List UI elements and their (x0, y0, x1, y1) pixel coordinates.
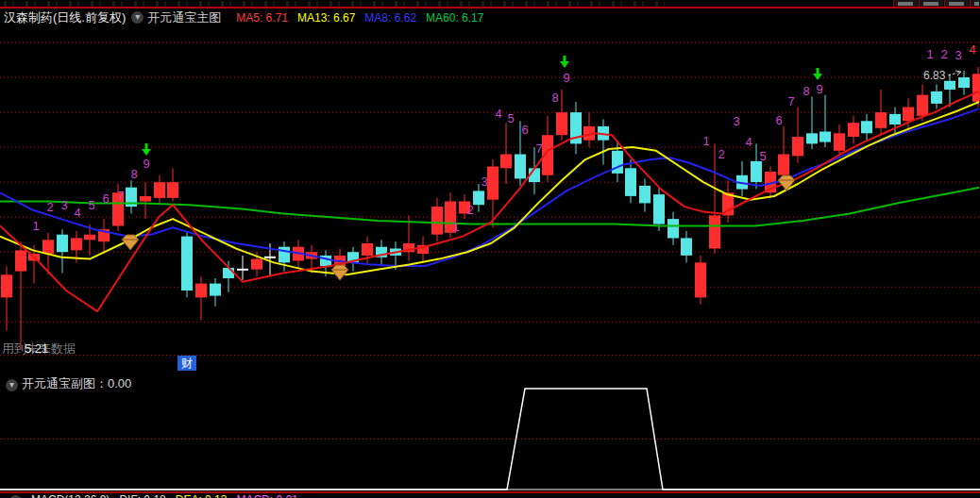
signal-trapezoid (0, 389, 980, 490)
finance-report-badge[interactable]: 财 (177, 356, 196, 371)
toolbar-button[interactable] (919, 0, 943, 7)
count-label: 5 (88, 198, 94, 212)
count-label: 4 (495, 107, 501, 121)
candle-body (473, 191, 484, 205)
count-label: 6 (102, 191, 109, 206)
candle-body (944, 81, 955, 90)
count-label: 9 (563, 71, 569, 85)
candle-body (556, 112, 567, 135)
diamond-marker-icon (122, 235, 139, 250)
count-label: 6 (775, 113, 782, 127)
macd-value: MACD: 0.01 (236, 493, 297, 498)
candle-body (487, 167, 498, 200)
count-label: 2 (46, 200, 53, 214)
count-label: 4 (74, 206, 80, 220)
sub-indicator-title[interactable]: 开元通宝副图 (22, 376, 95, 390)
macd-status-row: ▾MACD(12,26,9)DIF: 0.18DEA: 0.13MACD: 0.… (4, 493, 976, 498)
count-label: 2 (718, 147, 724, 161)
diamond-marker-icon (778, 175, 795, 191)
toolbar-clipped-menu (4, 1, 665, 7)
candle-body (819, 132, 831, 142)
diamond-marker-icon (331, 265, 348, 280)
count-label: 1 (452, 220, 459, 234)
count-label: 7 (787, 94, 794, 108)
min-price-label: 5.21 (25, 341, 48, 356)
toolbar-button[interactable] (970, 0, 980, 7)
candle-body (917, 95, 928, 116)
count-label: 8 (803, 84, 809, 98)
count-label: 3 (60, 198, 67, 212)
count-label: 8 (130, 167, 137, 181)
toolbar-button[interactable] (944, 0, 969, 7)
count-label-current: 4 (969, 42, 975, 57)
sell-arrow-icon (142, 143, 151, 156)
candle-body (653, 194, 665, 224)
candle-body (251, 259, 262, 270)
ma13-label: MA13: 6.67 (297, 11, 355, 25)
candle-body (639, 186, 651, 204)
candle-body (515, 155, 526, 179)
dea-value: DEA: 0.13 (176, 493, 228, 498)
sub-chart-header: ▾开元通宝副图：0.00 (4, 376, 131, 391)
ma8-label: MA8: 6.62 (364, 11, 416, 25)
candle-body (903, 108, 914, 122)
macd-params-label: MACD(12,26,9) (31, 493, 110, 498)
count-label: 3 (955, 48, 961, 62)
candle-body (84, 235, 95, 241)
candle-body (431, 207, 443, 235)
ma60-label: MA60: 6.17 (426, 11, 483, 25)
candle-body (612, 151, 623, 174)
top-toolbar (0, 0, 980, 8)
ma5-label: MA5: 6.71 (236, 11, 288, 25)
candle-body (958, 77, 970, 88)
count-label: 2 (940, 47, 947, 61)
candle-body (931, 91, 942, 104)
candle-body (709, 215, 720, 248)
candle-body (500, 155, 512, 169)
toolbar-button[interactable] (893, 0, 918, 7)
candle-body (972, 74, 980, 102)
candle-body (861, 121, 872, 133)
count-label: 1 (702, 134, 709, 148)
sub-indicator-value: ：0.00 (95, 376, 131, 390)
candle-body (57, 235, 68, 253)
count-label: 5 (507, 111, 514, 125)
count-label: 3 (733, 114, 739, 128)
candle-body (834, 133, 845, 151)
chart-canvas[interactable]: 12345678912345678912345678912346.83 (0, 0, 980, 498)
candle-body (848, 123, 859, 137)
chevron-down-icon[interactable]: ▾ (6, 379, 18, 391)
candle-body (889, 114, 901, 124)
price-callout-arrowhead (955, 71, 961, 75)
candle-body (625, 168, 636, 196)
candle-body (42, 240, 54, 254)
count-label: 2 (466, 203, 473, 217)
candle-body (154, 182, 165, 198)
candle-body (167, 182, 178, 198)
candle-body (667, 219, 679, 238)
candle-body (279, 247, 290, 263)
count-label: 4 (745, 135, 752, 149)
candle-body (695, 262, 706, 297)
main-indicator-title[interactable]: 开元通宝主图 (147, 10, 221, 25)
candle-body (778, 155, 789, 175)
candle-body (362, 243, 373, 256)
sell-arrow-icon (813, 68, 822, 80)
main-chart-header: 汉森制药(日线.前复权)▾开元通宝主图MA5: 6.71MA13: 6.67MA… (4, 9, 483, 26)
candle-body (681, 238, 692, 256)
count-label: 7 (117, 189, 124, 203)
dif-value: DIF: 0.18 (119, 493, 165, 498)
count-label: 7 (535, 141, 542, 156)
sell-arrow-icon (560, 56, 569, 68)
symbol-title: 汉森制药(日线.前复权) (4, 10, 126, 25)
count-label: 8 (551, 91, 558, 105)
count-label: 1 (32, 219, 39, 233)
candle-body (1, 274, 12, 297)
candle-body (71, 238, 82, 250)
count-label: 6 (521, 123, 528, 137)
candle-body (875, 112, 887, 128)
candle-body (751, 161, 762, 182)
candle-body (806, 133, 818, 143)
count-label: 5 (759, 149, 766, 163)
chevron-down-icon[interactable]: ▾ (131, 11, 144, 24)
